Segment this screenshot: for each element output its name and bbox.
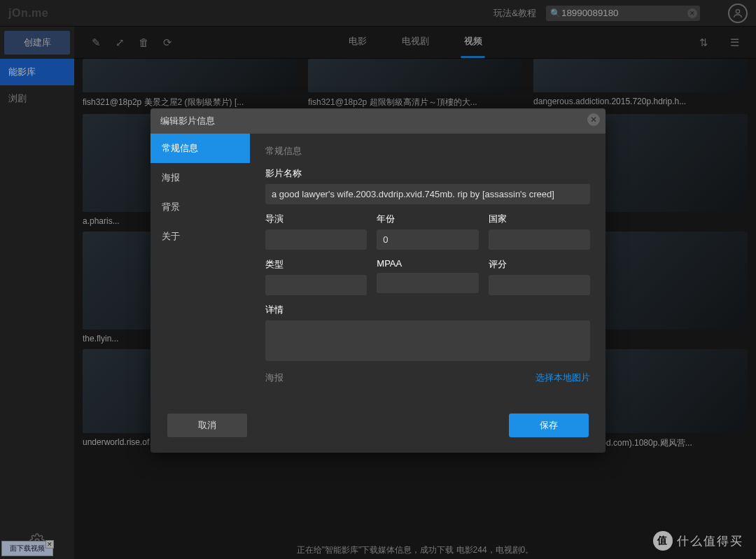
modal-overlay: 编辑影片信息 ✕ 常规信息 海报 背景 关于 常规信息 影片名称 导演 — [0, 0, 756, 559]
modal-title: 编辑影片信息 — [160, 115, 215, 126]
cancel-button[interactable]: 取消 — [167, 413, 247, 437]
genre-input[interactable] — [265, 275, 367, 295]
mpaa-input[interactable] — [377, 273, 478, 293]
section-title: 常规信息 — [265, 145, 590, 157]
detail-textarea[interactable] — [265, 320, 590, 361]
close-icon[interactable]: ✕ — [587, 113, 600, 126]
rating-input[interactable] — [489, 275, 590, 295]
director-input[interactable] — [265, 229, 367, 250]
country-input[interactable] — [489, 229, 590, 250]
year-input[interactable] — [377, 229, 478, 250]
edit-movie-modal: 编辑影片信息 ✕ 常规信息 海报 背景 关于 常规信息 影片名称 导演 — [150, 108, 606, 453]
modal-tabs: 常规信息 海报 背景 关于 — [150, 134, 250, 399]
poster-label: 海报 — [265, 372, 284, 384]
save-button[interactable]: 保存 — [509, 413, 589, 437]
modal-tab-poster[interactable]: 海报 — [150, 163, 250, 192]
modal-form: 常规信息 影片名称 导演 年份 国家 — [250, 134, 606, 399]
name-label: 影片名称 — [265, 167, 590, 180]
choose-local-image-link[interactable]: 选择本地图片 — [536, 372, 590, 384]
country-label: 国家 — [489, 213, 590, 225]
mpaa-label: MPAA — [377, 258, 478, 269]
rating-label: 评分 — [489, 258, 590, 271]
director-label: 导演 — [265, 213, 367, 225]
modal-footer: 取消 保存 — [150, 399, 606, 453]
modal-tab-background[interactable]: 背景 — [150, 192, 250, 222]
movie-name-input[interactable] — [265, 184, 590, 204]
genre-label: 类型 — [265, 258, 367, 271]
modal-header: 编辑影片信息 ✕ — [150, 108, 606, 134]
year-label: 年份 — [377, 213, 478, 225]
detail-label: 详情 — [265, 304, 590, 316]
modal-tab-about[interactable]: 关于 — [150, 222, 250, 251]
modal-tab-general[interactable]: 常规信息 — [150, 134, 250, 163]
